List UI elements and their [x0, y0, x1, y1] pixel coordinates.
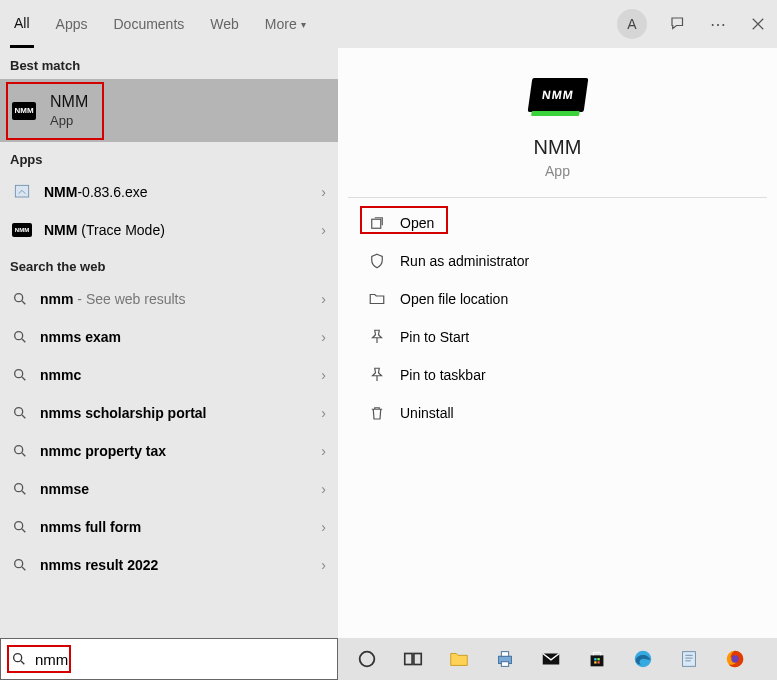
svg-rect-0 — [15, 185, 28, 197]
web-result[interactable]: nmms exam› — [0, 318, 338, 356]
search-input-container[interactable] — [0, 638, 338, 680]
installer-icon — [12, 182, 32, 202]
chevron-right-icon: › — [321, 519, 326, 535]
store-icon[interactable] — [586, 648, 608, 670]
search-icon — [12, 443, 28, 459]
web-result[interactable]: nmmc property tax› — [0, 432, 338, 470]
svg-point-11 — [360, 652, 375, 667]
svg-point-10 — [14, 654, 22, 662]
file-explorer-icon[interactable] — [448, 648, 470, 670]
preview-title: NMM — [534, 136, 582, 159]
svg-point-5 — [15, 446, 23, 454]
feedback-icon[interactable] — [669, 15, 687, 33]
tab-web[interactable]: Web — [206, 0, 243, 48]
chevron-down-icon: ▾ — [301, 19, 306, 30]
app-result[interactable]: NMM-0.83.6.exe › — [0, 173, 338, 211]
nmm-app-icon: NMM — [12, 223, 32, 237]
tab-all[interactable]: All — [10, 0, 34, 48]
action-pin-start[interactable]: Pin to Start — [338, 318, 777, 356]
chevron-right-icon: › — [321, 184, 326, 200]
chevron-right-icon: › — [321, 481, 326, 497]
svg-rect-15 — [501, 652, 508, 657]
pin-icon — [368, 366, 386, 384]
search-icon — [12, 557, 28, 573]
chevron-right-icon: › — [321, 329, 326, 345]
trash-icon — [368, 404, 386, 422]
svg-point-2 — [15, 332, 23, 340]
best-match-subtitle: App — [50, 113, 88, 128]
chevron-right-icon: › — [321, 291, 326, 307]
chevron-right-icon: › — [321, 443, 326, 459]
svg-point-1 — [15, 294, 23, 302]
folder-icon — [368, 290, 386, 308]
svg-rect-13 — [414, 654, 421, 665]
nmm-app-icon: NMM — [12, 102, 36, 120]
svg-point-3 — [15, 370, 23, 378]
search-icon — [12, 519, 28, 535]
shield-icon — [368, 252, 386, 270]
avatar[interactable]: A — [617, 9, 647, 39]
cortana-icon[interactable] — [356, 648, 378, 670]
open-icon — [368, 214, 386, 232]
best-match-title: NMM — [50, 93, 88, 111]
svg-point-4 — [15, 408, 23, 416]
svg-rect-23 — [683, 652, 696, 667]
svg-rect-19 — [597, 658, 599, 660]
web-result[interactable]: nmmse› — [0, 470, 338, 508]
action-open[interactable]: Open — [338, 204, 777, 242]
web-result[interactable]: nmmc› — [0, 356, 338, 394]
section-apps: Apps — [0, 142, 338, 173]
section-best-match: Best match — [0, 48, 338, 79]
more-options-icon[interactable]: ⋯ — [709, 15, 727, 33]
svg-point-8 — [15, 560, 23, 568]
svg-rect-16 — [501, 662, 508, 667]
results-pane: Best match NMM NMM App Apps NMM — [0, 48, 338, 638]
close-icon[interactable] — [749, 15, 767, 33]
search-input[interactable] — [35, 651, 327, 668]
mail-icon[interactable] — [540, 648, 562, 670]
search-icon — [11, 651, 27, 667]
web-result[interactable]: nmm - See web results› — [0, 280, 338, 318]
action-open-file-location[interactable]: Open file location — [338, 280, 777, 318]
search-icon — [12, 367, 28, 383]
svg-rect-20 — [594, 661, 596, 663]
edge-icon[interactable] — [632, 648, 654, 670]
search-scope-tabs: All Apps Documents Web More▾ A ⋯ — [0, 0, 777, 48]
chevron-right-icon: › — [321, 557, 326, 573]
web-result[interactable]: nmms full form› — [0, 508, 338, 546]
search-icon — [12, 291, 28, 307]
preview-pane: NMM NMM App Open Run as administrator Op… — [338, 48, 777, 638]
chevron-right-icon: › — [321, 405, 326, 421]
action-uninstall[interactable]: Uninstall — [338, 394, 777, 432]
action-pin-taskbar[interactable]: Pin to taskbar — [338, 356, 777, 394]
svg-rect-9 — [372, 219, 381, 228]
section-search-web: Search the web — [0, 249, 338, 280]
svg-point-6 — [15, 484, 23, 492]
action-run-admin[interactable]: Run as administrator — [338, 242, 777, 280]
notepad-icon[interactable] — [678, 648, 700, 670]
svg-point-7 — [15, 522, 23, 530]
chevron-right-icon: › — [321, 222, 326, 238]
tab-apps[interactable]: Apps — [52, 0, 92, 48]
svg-point-25 — [731, 655, 738, 662]
svg-rect-18 — [594, 658, 596, 660]
search-icon — [12, 405, 28, 421]
svg-rect-21 — [597, 661, 599, 663]
web-result[interactable]: nmms scholarship portal› — [0, 394, 338, 432]
web-result[interactable]: nmms result 2022› — [0, 546, 338, 584]
nmm-logo-icon: NMM — [527, 78, 588, 112]
task-view-icon[interactable] — [402, 648, 424, 670]
search-icon — [12, 329, 28, 345]
printer-icon[interactable] — [494, 648, 516, 670]
firefox-icon[interactable] — [724, 648, 746, 670]
tab-more[interactable]: More▾ — [261, 0, 310, 48]
best-match-result[interactable]: NMM NMM App — [0, 79, 338, 142]
svg-rect-12 — [405, 654, 412, 665]
pin-icon — [368, 328, 386, 346]
chevron-right-icon: › — [321, 367, 326, 383]
search-icon — [12, 481, 28, 497]
taskbar — [338, 638, 777, 680]
app-result[interactable]: NMM NMM (Trace Mode) › — [0, 211, 338, 249]
tab-documents[interactable]: Documents — [109, 0, 188, 48]
preview-type: App — [545, 163, 570, 179]
